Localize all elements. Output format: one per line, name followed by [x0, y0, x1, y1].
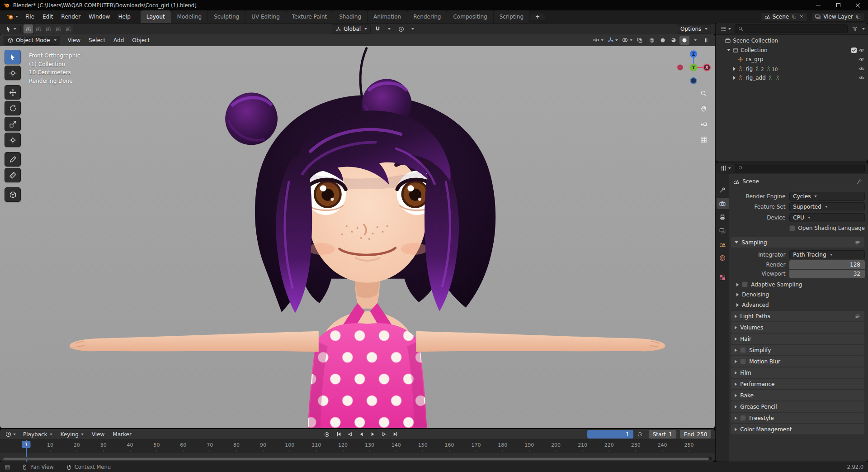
snap-toggle[interactable]: [373, 24, 382, 33]
timeline-menu-keying[interactable]: Keying: [57, 429, 88, 439]
section-motion-blur[interactable]: Motion Blur: [731, 356, 864, 367]
properties-tab-render[interactable]: [717, 198, 729, 209]
property-dropdown-render-engine[interactable]: Cycles: [789, 192, 865, 201]
subsection-denoising[interactable]: Denoising: [731, 290, 865, 300]
shading-rendered-sphere-button[interactable]: [679, 36, 689, 45]
menu-window[interactable]: Window: [85, 12, 114, 22]
checkbox-checked-icon[interactable]: [851, 48, 857, 53]
current-frame-badge[interactable]: 1: [22, 441, 31, 448]
timeline-menu-marker[interactable]: Marker: [108, 429, 135, 439]
outliner-row-scene-collection[interactable]: Scene Collection: [716, 36, 868, 46]
proportional-editing-toggle[interactable]: [396, 24, 406, 33]
outliner-row-collection[interactable]: Collection: [716, 46, 868, 55]
close-button[interactable]: [848, 0, 868, 10]
properties-tab-tool[interactable]: [717, 184, 729, 195]
object-visibility-dropdown[interactable]: [591, 36, 605, 45]
viewport-camera-view-button[interactable]: [698, 119, 709, 129]
property-number-viewport[interactable]: 32: [789, 270, 865, 278]
properties-tab-scene[interactable]: [717, 238, 729, 250]
outliner-search[interactable]: [735, 24, 848, 33]
section-bake[interactable]: Bake: [731, 390, 864, 400]
timeline-scrollbar[interactable]: [3, 457, 712, 460]
active-tool-button[interactable]: [4, 24, 18, 33]
timeline-menu-view[interactable]: View: [88, 429, 108, 439]
tool-transform-button[interactable]: [5, 133, 21, 147]
select-mode-mode-intersect[interactable]: [63, 24, 73, 33]
viewport-menu-view[interactable]: View: [64, 35, 85, 45]
disclosure-open-icon[interactable]: [727, 49, 731, 51]
blender-app-menu[interactable]: [4, 13, 21, 21]
minimize-button[interactable]: [808, 0, 828, 10]
menu-file[interactable]: File: [21, 12, 38, 22]
timeline-editor-menu[interactable]: [4, 430, 17, 439]
properties-tab-output[interactable]: [717, 211, 729, 223]
viewport-menu-add[interactable]: Add: [109, 35, 128, 45]
checkbox-icon[interactable]: [740, 358, 746, 364]
transport-next-keyframe-button[interactable]: [379, 430, 390, 439]
scrollbar-handle[interactable]: [3, 458, 709, 460]
workspace-tab-animation[interactable]: Animation: [368, 10, 407, 23]
tool-cursor-button[interactable]: [5, 66, 21, 80]
menu-help[interactable]: Help: [114, 12, 134, 22]
checkbox-icon[interactable]: [742, 281, 748, 287]
tool-add-cube-button[interactable]: [5, 187, 21, 202]
subsection-advanced[interactable]: Advanced: [731, 300, 865, 310]
timeline-menu-playback[interactable]: Playback: [19, 429, 57, 439]
select-mode-mode-extend[interactable]: [33, 24, 43, 33]
transport-jump-start-button[interactable]: [334, 430, 344, 439]
properties-tab-texture[interactable]: [717, 272, 729, 283]
transform-orientation-dropdown[interactable]: Global: [332, 24, 371, 33]
frame-end-field[interactable]: End 250: [680, 430, 712, 439]
tool-annotate-button[interactable]: [5, 152, 21, 167]
checkbox-icon[interactable]: [789, 225, 795, 231]
disclosure-closed-icon[interactable]: [733, 76, 736, 80]
transport-play-button[interactable]: [368, 430, 378, 439]
add-workspace-button[interactable]: +: [530, 14, 545, 20]
outliner-row-rig[interactable]: rig210: [716, 64, 868, 74]
select-mode-mode-subtract[interactable]: [43, 24, 53, 33]
current-frame-field[interactable]: 1: [587, 430, 633, 439]
view-layer-selector[interactable]: View Layer: [811, 12, 864, 22]
visibility-eye-toggle[interactable]: [859, 47, 865, 53]
maximize-button[interactable]: [828, 0, 848, 10]
outliner-row-rig-add[interactable]: rig_add: [716, 73, 868, 83]
section-freestyle[interactable]: Freestyle: [731, 413, 864, 423]
menu-edit[interactable]: Edit: [38, 12, 57, 22]
pause-button[interactable]: [701, 36, 711, 45]
mode-dropdown[interactable]: Object Mode: [4, 36, 60, 45]
section-light-paths[interactable]: Light Paths: [731, 311, 864, 321]
workspace-tab-rendering[interactable]: Rendering: [407, 10, 447, 23]
navigation-gizmo[interactable]: Z X Y: [674, 48, 713, 87]
property-dropdown-feature-set[interactable]: Supported: [789, 202, 865, 211]
properties-editor-menu[interactable]: [719, 164, 732, 173]
workspace-tab-scripting[interactable]: Scripting: [494, 10, 530, 23]
options-dropdown[interactable]: Options: [677, 24, 711, 33]
transport-prev-keyframe-button[interactable]: [345, 430, 356, 439]
outliner-editor-menu[interactable]: [719, 24, 732, 33]
shading-solid-sphere-button[interactable]: [658, 36, 668, 45]
subsection-adaptive-sampling[interactable]: Adaptive Sampling: [731, 280, 865, 290]
workspace-tab-modeling[interactable]: Modeling: [171, 10, 208, 23]
transport-play-reverse-button[interactable]: [356, 430, 367, 439]
tool-rotate-button[interactable]: [5, 101, 21, 115]
section-simplify[interactable]: Simplify: [731, 345, 864, 355]
viewport-menu-object[interactable]: Object: [128, 35, 154, 45]
workspace-tab-sculpting[interactable]: Sculpting: [208, 10, 245, 23]
viewport-pan-hand-button[interactable]: [698, 104, 709, 113]
section-volumes[interactable]: Volumes: [731, 322, 864, 333]
shading-dropdown[interactable]: [690, 36, 700, 45]
properties-tab-world[interactable]: [717, 252, 729, 263]
section-hair[interactable]: Hair: [731, 334, 864, 344]
auto-keying-toggle[interactable]: [322, 430, 332, 439]
properties-search[interactable]: [735, 164, 865, 172]
menu-render[interactable]: Render: [57, 12, 85, 22]
scene-selector[interactable]: Scene: [761, 12, 808, 22]
visibility-eye-toggle[interactable]: [859, 75, 865, 81]
tool-box-select-button[interactable]: [5, 50, 21, 64]
section-performance[interactable]: Performance: [731, 379, 864, 389]
viewport-canvas[interactable]: Front Orthographic(1) Collection10 Centi…: [0, 46, 715, 428]
frame-start-field[interactable]: Start 1: [649, 430, 676, 439]
outliner-filter-button[interactable]: [850, 24, 860, 33]
workspace-tab-texture-paint[interactable]: Texture Paint: [286, 10, 333, 23]
visibility-eye-toggle[interactable]: [859, 56, 865, 62]
